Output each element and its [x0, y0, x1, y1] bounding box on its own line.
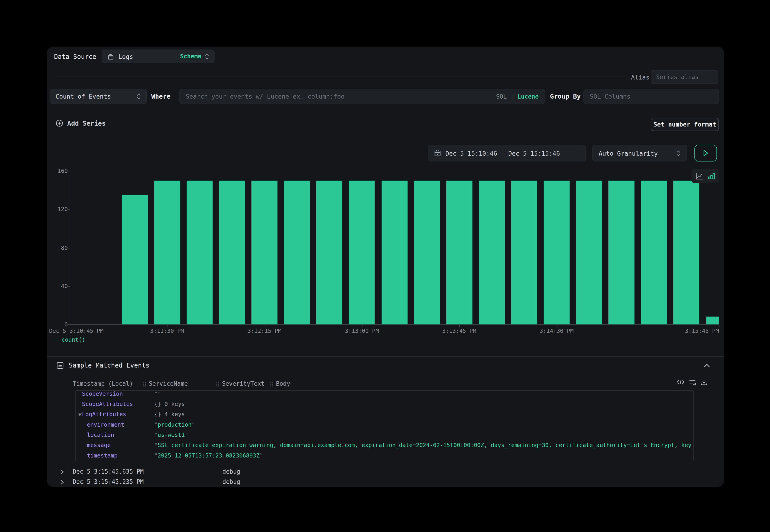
- data-source-label: Data Source: [54, 53, 96, 60]
- legend-swatch: —: [54, 336, 58, 343]
- collapse-chevron-icon[interactable]: [703, 363, 710, 368]
- detail-value: "production": [154, 420, 691, 430]
- page: Data Source Logs Schema Alias Series ali…: [0, 0, 770, 532]
- x-axis-tick: 3:13:00 PM: [345, 327, 379, 334]
- run-query-button[interactable]: [694, 145, 717, 161]
- event-row[interactable]: Dec 5 3:15:45.235 PMdebug: [47, 477, 724, 487]
- drag-grip-icon[interactable]: [270, 381, 273, 387]
- detail-row: location"us-west1": [76, 430, 693, 440]
- bar: [511, 180, 537, 324]
- detail-key[interactable]: location: [87, 430, 114, 440]
- bar-chart-icon[interactable]: [708, 172, 716, 180]
- granularity-value: Auto Granularity: [599, 149, 658, 157]
- query-builder-panel: Data Source Logs Schema Alias Series ali…: [47, 47, 724, 487]
- row-expand-chevron-icon[interactable]: [60, 469, 64, 475]
- time-range-picker[interactable]: Dec 5 15:10:46 - Dec 5 15:15:46: [428, 145, 586, 161]
- detail-value: "2025-12-05T13:57:23.082306893Z": [154, 451, 691, 461]
- event-list-icon: [56, 362, 64, 369]
- y-axis-tick: 160: [48, 167, 68, 174]
- detail-row: message"SSL certificate expiration warni…: [76, 440, 693, 450]
- column-header-timestamp-local-[interactable]: Timestamp (Local): [73, 380, 133, 387]
- bar: [641, 180, 667, 324]
- y-axis-tick: 40: [48, 283, 68, 289]
- data-source-value: Logs: [118, 53, 133, 60]
- detail-row: timestamp"2025-12-05T13:57:23.082306893Z…: [76, 451, 693, 461]
- time-range-value: Dec 5 15:10:46 - Dec 5 15:15:46: [446, 149, 560, 157]
- detail-key[interactable]: environment: [87, 420, 124, 430]
- detail-row: ScopeVersion"": [76, 390, 693, 399]
- detail-key[interactable]: LogAttributes: [82, 409, 126, 420]
- bar: [414, 180, 440, 324]
- aggregation-select[interactable]: Count of Events: [50, 89, 147, 104]
- detail-key[interactable]: message: [87, 440, 111, 450]
- section-divider: [47, 356, 724, 357]
- bar: [122, 195, 148, 325]
- row-timestamp: Dec 5 3:15:45.235 PM: [73, 477, 144, 487]
- alias-label: Alias: [631, 74, 650, 81]
- drag-grip-icon[interactable]: [216, 381, 219, 387]
- add-series-button[interactable]: Add Series: [55, 119, 106, 127]
- add-series-label: Add Series: [67, 119, 106, 127]
- bar: [446, 180, 472, 324]
- detail-value: {} 4 keys: [154, 409, 691, 420]
- column-header-servicename[interactable]: ServiceName: [143, 380, 188, 387]
- bar: [479, 180, 505, 324]
- bar: [187, 180, 213, 324]
- chart-legend: — count(): [54, 336, 85, 343]
- row-divider: [69, 468, 69, 475]
- column-label: Body: [276, 380, 290, 387]
- expand-triangle-icon[interactable]: [77, 413, 82, 417]
- detail-row: environment"production": [76, 420, 693, 430]
- group-by-label: Group By: [550, 93, 581, 100]
- search-placeholder: Search your events w/ Lucene ex. column:…: [186, 93, 344, 100]
- row-expand-chevron-icon[interactable]: [60, 480, 64, 485]
- detail-key[interactable]: timestamp: [87, 451, 117, 461]
- line-chart-icon[interactable]: [695, 172, 704, 180]
- language-toggle[interactable]: SQL | Lucene: [496, 93, 539, 100]
- bar: [251, 180, 277, 324]
- code-view-icon[interactable]: [677, 378, 685, 385]
- x-axis-tick: 3:15:45 PM: [685, 327, 719, 334]
- row-severity: debug: [222, 467, 240, 477]
- bar: [576, 180, 602, 324]
- detail-key[interactable]: ScopeVersion: [82, 390, 123, 399]
- column-header-severitytext[interactable]: SeverityText: [216, 380, 264, 387]
- y-axis-tick: 120: [48, 206, 68, 213]
- alias-input[interactable]: Series alias: [651, 70, 718, 84]
- bar: [609, 180, 635, 324]
- schema-link[interactable]: Schema: [180, 53, 201, 60]
- detail-value: "": [154, 390, 691, 399]
- bar: [673, 180, 700, 324]
- event-row[interactable]: Dec 5 3:15:45.635 PMdebug: [47, 467, 724, 477]
- header-divider: [54, 77, 626, 77]
- alias-placeholder: Series alias: [656, 74, 699, 80]
- events-header: Sample Matched Events: [56, 362, 149, 369]
- column-header-body[interactable]: Body: [270, 380, 290, 387]
- x-axis-tick: 3:14:30 PM: [540, 327, 574, 334]
- database-icon: [107, 53, 114, 60]
- detail-value: {} 0 keys: [154, 399, 691, 409]
- wrap-text-icon[interactable]: [688, 378, 696, 386]
- column-label: Timestamp (Local): [73, 380, 133, 387]
- column-label: SeverityText: [222, 380, 264, 387]
- bar: [284, 180, 310, 324]
- search-input[interactable]: Search your events w/ Lucene ex. column:…: [179, 89, 545, 104]
- bars-container: [70, 169, 719, 324]
- chevron-up-down-icon: [205, 53, 209, 60]
- chevron-up-down-icon: [137, 93, 141, 100]
- bar: [544, 180, 570, 324]
- sql-toggle[interactable]: SQL: [496, 93, 507, 100]
- download-icon[interactable]: [700, 378, 708, 386]
- group-by-input[interactable]: SQL Columns: [583, 89, 719, 104]
- granularity-select[interactable]: Auto Granularity: [592, 145, 687, 161]
- drag-grip-icon[interactable]: [143, 381, 146, 387]
- data-source-select[interactable]: Logs Schema: [102, 50, 214, 63]
- x-axis-tick: Dec 5 3:10:45 PM: [49, 327, 103, 334]
- chart-type-toggle[interactable]: [691, 169, 719, 183]
- set-number-format-button[interactable]: Set number format: [651, 118, 719, 131]
- group-by-placeholder: SQL Columns: [590, 93, 631, 100]
- detail-key[interactable]: ScopeAttributes: [82, 399, 133, 409]
- set-number-format-label: Set number format: [653, 121, 716, 128]
- chevron-up-down-icon: [676, 149, 680, 157]
- lucene-toggle[interactable]: Lucene: [518, 93, 539, 100]
